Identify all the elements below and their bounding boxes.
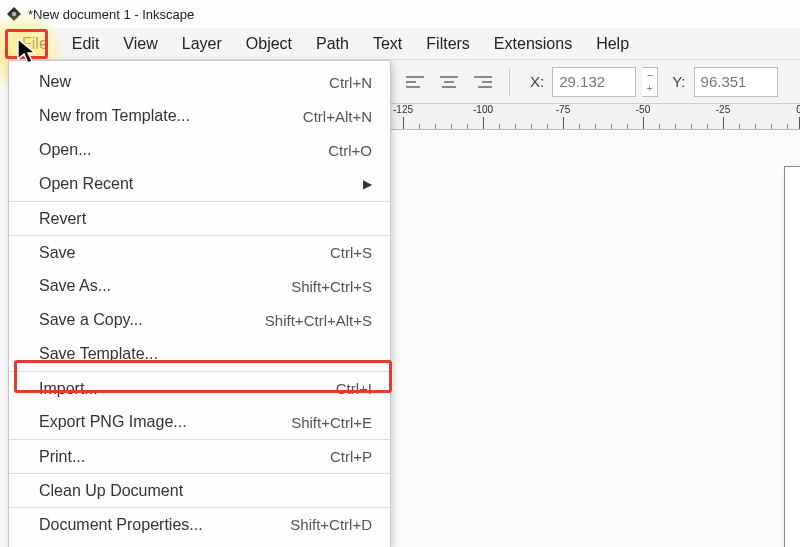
menu-item-shortcut: Shift+Ctrl+S: [291, 278, 372, 295]
menu-file[interactable]: File: [10, 30, 60, 58]
file-menu-new[interactable]: NewCtrl+N: [9, 65, 390, 99]
submenu-arrow-icon: ▶: [363, 177, 372, 191]
menu-item-label: New: [39, 73, 71, 91]
file-menu-revert[interactable]: Revert: [9, 201, 390, 235]
x-input[interactable]: 29.132: [552, 67, 636, 97]
file-menu-new-from-template[interactable]: New from Template...Ctrl+Alt+N: [9, 99, 390, 133]
menu-filters[interactable]: Filters: [414, 30, 482, 58]
menu-item-shortcut: Ctrl+S: [330, 244, 372, 261]
ruler-tick-label: -25: [716, 104, 730, 115]
canvas[interactable]: [391, 130, 800, 547]
file-menu-print[interactable]: Print...Ctrl+P: [9, 439, 390, 473]
menu-item-label: Document Properties...: [39, 516, 203, 534]
menu-help[interactable]: Help: [584, 30, 641, 58]
ruler-tick-label: -125: [393, 104, 413, 115]
ruler-tick-label: 0: [796, 104, 800, 115]
file-menu-save-template[interactable]: Save Template...: [9, 337, 390, 371]
menu-view[interactable]: View: [111, 30, 169, 58]
spin-up-icon[interactable]: ‒: [642, 68, 657, 82]
menu-item-label: Save As...: [39, 277, 111, 295]
title-bar: *New document 1 - Inkscape: [0, 0, 800, 28]
align-right-icon[interactable]: [469, 68, 497, 96]
menu-extensions[interactable]: Extensions: [482, 30, 584, 58]
file-menu-save[interactable]: SaveCtrl+S: [9, 235, 390, 269]
window-title: *New document 1 - Inkscape: [28, 7, 194, 22]
menu-item-label: Revert: [39, 210, 86, 228]
file-menu-document-properties[interactable]: Document Properties...Shift+Ctrl+D: [9, 507, 390, 541]
ruler-tick-label: -50: [636, 104, 650, 115]
horizontal-ruler: -125-100-75-50-250: [391, 104, 800, 130]
menu-item-shortcut: Shift+Ctrl+Alt+S: [265, 312, 372, 329]
x-spinner[interactable]: ‒+: [642, 67, 658, 97]
menu-bar: File Edit View Layer Object Path Text Fi…: [0, 28, 800, 60]
app-icon: [6, 6, 22, 22]
menu-item-shortcut: Ctrl+Alt+N: [303, 108, 372, 125]
menu-item-label: Open...: [39, 141, 91, 159]
spin-down-icon[interactable]: +: [642, 82, 657, 96]
file-menu-save-as[interactable]: Save As...Shift+Ctrl+S: [9, 269, 390, 303]
file-menu-open-recent[interactable]: Open Recent▶: [9, 167, 390, 201]
svg-point-1: [12, 12, 16, 16]
menu-item-shortcut: Ctrl+O: [328, 142, 372, 159]
menu-path[interactable]: Path: [304, 30, 361, 58]
y-input[interactable]: 96.351: [694, 67, 778, 97]
page: [784, 166, 800, 547]
x-label: X:: [530, 73, 544, 90]
menu-item-shortcut: Shift+Ctrl+D: [290, 516, 372, 533]
menu-item-label: Import...: [39, 380, 98, 398]
ruler-tick-label: -75: [556, 104, 570, 115]
file-menu-export-png-image[interactable]: Export PNG Image...Shift+Ctrl+E: [9, 405, 390, 439]
align-center-icon[interactable]: [435, 68, 463, 96]
menu-item-label: Clean Up Document: [39, 482, 183, 500]
file-menu-save-a-copy[interactable]: Save a Copy...Shift+Ctrl+Alt+S: [9, 303, 390, 337]
menu-item-label: Open Recent: [39, 175, 133, 193]
menu-edit[interactable]: Edit: [60, 30, 112, 58]
menu-item-label: New from Template...: [39, 107, 190, 125]
menu-item-shortcut: Ctrl+N: [329, 74, 372, 91]
menu-item-label: Export PNG Image...: [39, 413, 187, 431]
tool-controls-bar: X: 29.132 ‒+ Y: 96.351: [391, 60, 800, 104]
menu-item-shortcut: Shift+Ctrl+E: [291, 414, 372, 431]
menu-item-shortcut: Ctrl+P: [330, 448, 372, 465]
menu-item-label: Save: [39, 244, 75, 262]
menu-layer[interactable]: Layer: [170, 30, 234, 58]
ruler-tick-label: -100: [473, 104, 493, 115]
file-menu-import[interactable]: Import...Ctrl+I: [9, 371, 390, 405]
menu-item-label: Save Template...: [39, 345, 158, 363]
menu-object[interactable]: Object: [234, 30, 304, 58]
y-label: Y:: [672, 73, 685, 90]
toolbar-separator: [509, 68, 510, 96]
align-left-icon[interactable]: [401, 68, 429, 96]
file-menu-clean-up-document[interactable]: Clean Up Document: [9, 473, 390, 507]
menu-item-shortcut: Ctrl+I: [336, 380, 372, 397]
menu-item-label: Print...: [39, 448, 85, 466]
menu-item-label: Save a Copy...: [39, 311, 143, 329]
file-menu-open[interactable]: Open...Ctrl+O: [9, 133, 390, 167]
file-dropdown: NewCtrl+NNew from Template...Ctrl+Alt+NO…: [8, 60, 391, 547]
menu-text[interactable]: Text: [361, 30, 414, 58]
